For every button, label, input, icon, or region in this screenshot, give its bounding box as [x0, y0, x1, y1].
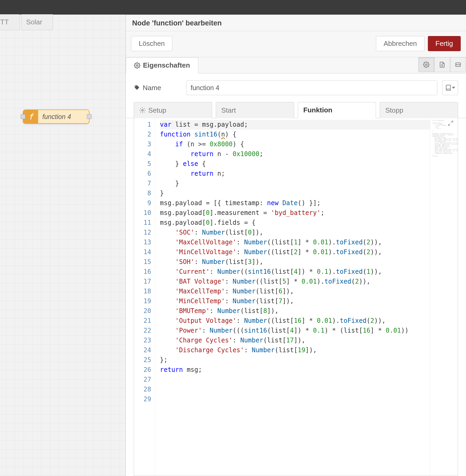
setup-tab-label: Setup	[148, 106, 166, 114]
node-settings-button[interactable]	[418, 57, 434, 72]
function-node-icon: f	[23, 110, 38, 123]
workspace-tab[interactable]: TT	[0, 14, 20, 30]
code-tab-bar: Setup Start Funktion Stopp	[126, 102, 466, 118]
document-icon	[439, 61, 445, 68]
gear-icon	[423, 61, 429, 68]
node-appearance-button[interactable]	[450, 57, 466, 72]
panel-button-row: Löschen Abbrechen Fertig	[126, 31, 466, 57]
workspace-tab[interactable]: Solar	[21, 14, 53, 30]
svg-point-0	[136, 65, 138, 66]
gear-icon	[139, 107, 146, 113]
function-node-label: function 4	[38, 113, 89, 121]
app-topbar	[0, 0, 466, 15]
line-number-gutter: 1234567891011121314151617181920212223242…	[134, 118, 155, 476]
name-input[interactable]	[186, 80, 437, 95]
code-minimap[interactable]: var list = msg.payload; function sint16(…	[430, 118, 458, 476]
flow-canvas[interactable]: TT Solar f function 4	[0, 15, 126, 476]
function-tab-label: Funktion	[303, 106, 333, 114]
form-area: Name	[126, 73, 466, 100]
caret-down-icon	[452, 86, 455, 89]
properties-tab-bar: Eigenschaften	[126, 57, 466, 73]
stop-tab[interactable]: Stopp	[380, 102, 458, 118]
node-port-in[interactable]	[21, 114, 25, 119]
workspace-tabs: TT Solar	[0, 15, 126, 30]
delete-button[interactable]: Löschen	[131, 36, 172, 51]
node-port-out[interactable]	[87, 114, 92, 119]
svg-point-4	[459, 64, 460, 65]
function-tab[interactable]: Funktion	[298, 102, 376, 118]
setup-tab[interactable]: Setup	[134, 102, 212, 118]
tag-icon	[134, 85, 140, 91]
appearance-icon	[455, 61, 461, 68]
node-description-button[interactable]	[434, 57, 450, 72]
cancel-button[interactable]: Abbrechen	[376, 36, 425, 51]
properties-tab-label: Eigenschaften	[143, 61, 190, 69]
done-button[interactable]: Fertig	[428, 36, 461, 51]
gear-icon	[134, 62, 140, 69]
start-tab[interactable]: Start	[216, 102, 294, 118]
stop-tab-label: Stopp	[385, 106, 403, 114]
function-node[interactable]: f function 4	[23, 109, 89, 124]
code-editor[interactable]: 1234567891011121314151617181920212223242…	[134, 118, 458, 476]
start-tab-label: Start	[221, 106, 236, 114]
minimap-content: var list = msg.payload; function sint16(…	[432, 120, 456, 158]
code-content[interactable]: var list = msg.payload;function sint16(n…	[155, 118, 430, 476]
name-field-row: Name	[134, 80, 458, 95]
name-label: Name	[134, 84, 181, 92]
svg-point-1	[425, 64, 427, 65]
node-editor-panel: Node 'function' bearbeiten Löschen Abbre…	[126, 15, 466, 476]
svg-point-5	[142, 109, 143, 111]
panel-title: Node 'function' bearbeiten	[126, 15, 466, 31]
properties-tab[interactable]: Eigenschaften	[126, 57, 198, 73]
svg-point-3	[457, 64, 458, 65]
library-menu-button[interactable]	[442, 80, 458, 95]
book-icon	[445, 85, 451, 91]
